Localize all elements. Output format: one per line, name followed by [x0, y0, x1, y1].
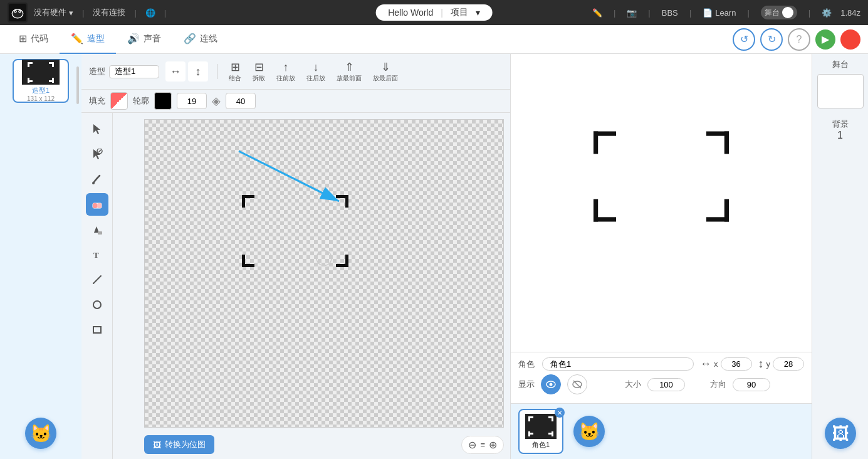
- flip-vertical-btn[interactable]: ↕: [188, 61, 208, 82]
- right-sidebar: 舞台 背景 1 🖼: [812, 54, 868, 459]
- back-icon: ⇓: [381, 60, 390, 74]
- tab-sound[interactable]: 🔊 声音: [116, 25, 172, 54]
- forward-label: 往前放: [276, 74, 295, 83]
- signal-label: 1.84z: [840, 8, 860, 18]
- backward-btn[interactable]: ↓ 往后放: [304, 60, 328, 84]
- tab-link-label: 连线: [200, 33, 217, 45]
- svg-rect-13: [52, 78, 54, 83]
- size-input[interactable]: [647, 378, 685, 391]
- eraser-size-input[interactable]: [226, 93, 256, 109]
- circle-tool[interactable]: [86, 293, 108, 316]
- svg-line-17: [98, 150, 101, 152]
- learn-btn[interactable]: 📄 Learn: [703, 8, 736, 18]
- connection-selector[interactable]: 没有连接: [93, 7, 125, 18]
- select2-tool[interactable]: [86, 143, 108, 166]
- fill-row: 填充 轮廓 ◈: [81, 90, 510, 113]
- tab-code[interactable]: ⊞ 代码: [8, 25, 60, 54]
- front-btn[interactable]: ⇑ 放最前面: [334, 59, 364, 84]
- svg-marker-14: [93, 124, 100, 134]
- bbs-btn[interactable]: BBS: [662, 8, 678, 18]
- undo-button[interactable]: ↺: [733, 28, 755, 51]
- svg-rect-51: [528, 416, 530, 421]
- costume-editor: 造型 ↔ ↕ ⊞ 结合 ⊟ 拆散 ↑ 往前放 ↓ 往后放: [81, 54, 511, 459]
- title-divider: |: [441, 8, 443, 18]
- front-icon: ⇑: [345, 60, 354, 74]
- zoom-in-button[interactable]: ⊕: [489, 439, 497, 451]
- scroll-bar[interactable]: [76, 66, 79, 104]
- camera-icon-btn[interactable]: 📷: [627, 8, 637, 18]
- show-visible-btn[interactable]: [541, 374, 561, 394]
- canvas-area[interactable]: 🖼 转换为位图 ⊖ ≡ ⊕: [113, 113, 510, 459]
- char-item[interactable]: ✕ 角色1: [518, 409, 563, 454]
- combine-btn[interactable]: ⊞ 结合: [226, 59, 244, 84]
- actor-name-input[interactable]: [542, 357, 694, 371]
- char-item-preview: [525, 414, 557, 439]
- right-section: 角色 ↔ x ↕ y 显示: [511, 54, 812, 459]
- add-costume-icon: 🐱: [30, 423, 52, 444]
- add-background-button[interactable]: 🖼: [825, 418, 856, 449]
- svg-point-25: [93, 301, 101, 309]
- stage-toggle[interactable]: 舞台: [761, 6, 797, 19]
- tab-costume[interactable]: ✏️ 造型: [60, 25, 116, 54]
- eraser-draw-tool[interactable]: [86, 193, 108, 216]
- back-label: 放最后面: [373, 74, 398, 83]
- redo-button[interactable]: ↻: [760, 28, 783, 51]
- stage-toggle-label: 舞台: [765, 8, 780, 18]
- svg-rect-26: [93, 327, 101, 333]
- help-button[interactable]: ?: [788, 28, 810, 51]
- actor-y-input[interactable]: [773, 357, 804, 371]
- sound-icon: 🔊: [127, 33, 140, 45]
- eraser-tool-icon[interactable]: ◈: [212, 94, 221, 108]
- svg-rect-55: [528, 433, 533, 435]
- sep3: |: [164, 8, 166, 18]
- signal-indicator: 1.84z: [840, 8, 860, 18]
- stroke-size-input[interactable]: [177, 93, 207, 109]
- actor-x-input[interactable]: [721, 357, 752, 371]
- top-bar: 没有硬件 ▾ | 没有连接 | 🌐 | Hello World | 项目 ▾ ✏…: [0, 0, 868, 25]
- add-char-icon: 🐱: [578, 421, 600, 442]
- toolbar-sep1: [217, 64, 217, 79]
- hardware-selector[interactable]: 没有硬件 ▾: [34, 7, 73, 18]
- dir-input[interactable]: [733, 378, 770, 391]
- svg-rect-53: [552, 416, 553, 421]
- convert-to-bitmap-button[interactable]: 🖼 转换为位图: [144, 435, 214, 454]
- add-character-button[interactable]: 🐱: [573, 416, 605, 447]
- split-btn[interactable]: ⊟ 拆散: [250, 59, 268, 84]
- fill-label: 填充: [89, 95, 105, 107]
- canvas-container: T: [81, 113, 510, 459]
- zoom-out-button[interactable]: ⊖: [468, 439, 476, 451]
- hardware-label: 没有硬件: [34, 7, 66, 18]
- char-close-btn[interactable]: ✕: [555, 408, 565, 418]
- costume-thumb-preview: [22, 60, 60, 85]
- forward-btn[interactable]: ↑ 往前放: [274, 60, 298, 84]
- line-tool[interactable]: [86, 268, 108, 291]
- flip-horizontal-btn[interactable]: ↔: [165, 61, 186, 82]
- select-tool[interactable]: [86, 118, 108, 140]
- red-stop-button[interactable]: [840, 29, 860, 50]
- app-logo: [8, 3, 28, 23]
- zoom-reset-button[interactable]: ≡: [480, 440, 485, 450]
- edit-icon-btn[interactable]: ✏️: [592, 8, 602, 18]
- svg-rect-39: [593, 132, 598, 154]
- costume-name-input[interactable]: [109, 65, 159, 78]
- actor-y-coord: ↕ y: [758, 357, 805, 371]
- fill-tool[interactable]: [86, 218, 108, 241]
- back-btn[interactable]: ⇓ 放最后面: [370, 59, 400, 84]
- add-costume-button[interactable]: 🐱: [25, 418, 56, 449]
- brush-tool[interactable]: [86, 168, 108, 191]
- rect-tool[interactable]: [86, 319, 108, 341]
- stage-sidebar-preview[interactable]: [817, 74, 864, 108]
- canvas-background: [144, 119, 504, 428]
- stroke-color-swatch[interactable]: [154, 92, 172, 110]
- settings-btn[interactable]: ⚙️: [822, 8, 832, 18]
- green-flag-button[interactable]: ▶: [815, 29, 835, 50]
- costume-name-label: 造型: [89, 66, 105, 77]
- costume-thumb-item[interactable]: 造型1 131 x 112: [13, 59, 69, 103]
- globe-btn[interactable]: 🌐: [145, 8, 155, 18]
- fill-color-swatch[interactable]: [110, 92, 128, 110]
- code-icon: ⊞: [19, 33, 27, 45]
- show-hidden-btn[interactable]: [567, 374, 587, 394]
- text-tool[interactable]: T: [86, 243, 108, 266]
- second-bar-controls: ↺ ↻ ? ▶: [733, 28, 860, 51]
- tab-link[interactable]: 🔗 连线: [172, 25, 229, 54]
